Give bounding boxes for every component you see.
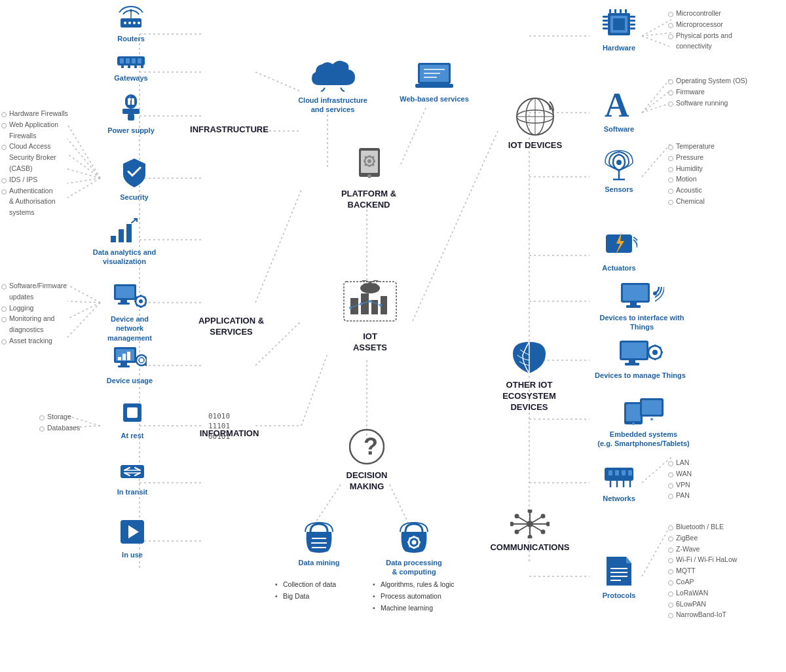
iot-assets-label: IoTASSETS [353,331,387,354]
processing-list-item: Algorithms, rules & logic [371,579,470,591]
hardware-list-item: Microprocessor [668,19,783,30]
svg-rect-105 [121,465,144,478]
svg-rect-163 [603,28,608,29]
sensors-list-item: Motion [668,174,783,185]
in-transit-label: In transit [117,487,147,496]
data-mining-node: Data mining [283,521,355,567]
interface-things-icon [620,280,664,310]
svg-point-59 [138,22,140,24]
protocols-list-item: Bluetooth / BLE [668,521,783,532]
protocols-list-item: Z-Wave [668,544,783,555]
decision-icon: ? [349,427,384,468]
platform-label: PLATFORM &BACKEND [341,189,396,211]
svg-line-156 [409,546,411,547]
networks-list-item: VPN [668,479,783,491]
svg-rect-98 [121,363,127,365]
svg-rect-74 [122,109,140,114]
power-icon [116,93,146,123]
svg-line-124 [365,157,366,158]
data-mining-label: Data mining [299,558,340,567]
svg-rect-210 [622,470,626,476]
router-icon [115,5,147,31]
data-mining-list: Collection of data Big Data [274,579,359,603]
cloud-node: Cloud infrastructureand services [293,58,372,115]
svg-rect-65 [132,58,136,64]
power-supply-node: Power supply [98,93,164,135]
protocols-icon [601,554,637,588]
svg-rect-171 [625,9,627,13]
software-list-item: Firmware [668,86,783,98]
cloud-icon [309,58,356,93]
svg-rect-80 [116,286,134,298]
svg-rect-185 [626,305,641,308]
binary-data-icon: 010101110100101 [208,411,230,441]
interface-things-label: Devices to interface with Things [590,313,694,332]
software-label: Software [604,124,634,134]
security-list: Hardware Firewalls Web ApplicationFirewa… [1,108,96,218]
svg-rect-167 [630,28,635,29]
device-usage-icon [113,346,147,373]
svg-rect-75 [128,114,134,121]
svg-rect-67 [121,65,124,68]
svg-rect-97 [127,352,130,360]
embedded-systems-node: Embedded systems(e.g. Smartphones/Tablet… [590,397,698,449]
svg-rect-169 [614,9,616,13]
svg-rect-68 [128,65,130,68]
app-list-item: Monitoring anddiagnostics [1,313,96,335]
iot-assets-node: IoTASSETS [321,275,419,354]
sensors-list: Temperature Pressure Humidity Motion Aco… [668,141,783,207]
svg-rect-162 [603,24,608,26]
svg-rect-82 [118,303,130,305]
processing-list-item: Process automation [371,591,470,603]
web-services-label: Web-based services [400,94,469,103]
svg-point-58 [133,22,136,24]
device-usage-label: Device usage [107,376,153,385]
communications-icon [510,510,550,540]
platform-icon [347,145,390,186]
diagram-container: .dot-line { stroke: #bbb; stroke-width: … [0,0,786,672]
other-eco-label: OTHER IoTECOSYSTEMDEVICES [502,380,556,413]
svg-point-102 [139,358,144,363]
software-list: Operating System (OS) Firmware Software … [668,75,783,108]
app-services-list: Software/Firmwareupdates Logging Monitor… [1,280,96,346]
software-list-item: Operating System (OS) [668,75,783,86]
device-mgmt-icon [113,282,147,312]
device-usage-node: Device usage [97,346,162,385]
hardware-label: Hardware [603,43,635,52]
svg-rect-183 [623,285,648,301]
svg-line-153 [409,538,411,539]
routers-node: Routers [102,5,160,43]
svg-point-100 [136,355,147,365]
svg-line-199 [660,347,661,348]
app-services-label: APPLICATION & SERVICES [189,316,274,338]
hardware-list-item: Microcontroller [668,8,783,19]
svg-rect-161 [603,20,608,22]
svg-rect-99 [118,365,130,367]
sensors-icon [600,149,638,182]
mining-list-item: Collection of data [274,579,359,591]
communications-label: COMMUNICATIONS [490,542,569,553]
interface-things-node: Devices to interface with Things [590,280,694,332]
networks-node: Networks [590,458,648,503]
svg-rect-70 [141,65,143,68]
actuators-icon [601,228,637,261]
networks-list-item: WAN [668,468,783,479]
sensors-label: Sensors [605,185,633,194]
data-processing-list: Algorithms, rules & logic Process automa… [371,579,470,614]
app-list-item: Asset tracking [1,335,96,346]
sensors-list-item: Humidity [668,163,783,174]
routers-label: Routers [117,34,145,43]
iot-devices-label: IoT DEVICES [508,140,562,151]
security-icon [121,157,148,190]
svg-rect-159 [613,18,625,30]
protocols-list-item: NarrowBand-IoT [668,609,783,620]
networks-list-item: PAN [668,490,783,501]
in-use-icon [118,517,147,548]
gateways-label: Gateways [114,73,147,83]
communications-node: COMMUNICATIONS [487,510,572,553]
svg-line-92 [136,305,138,306]
cloud-label: Cloud infrastructureand services [298,96,367,115]
svg-line-125 [373,164,374,166]
protocols-list-item: CoAP [668,576,783,588]
analytics-icon [108,217,141,245]
